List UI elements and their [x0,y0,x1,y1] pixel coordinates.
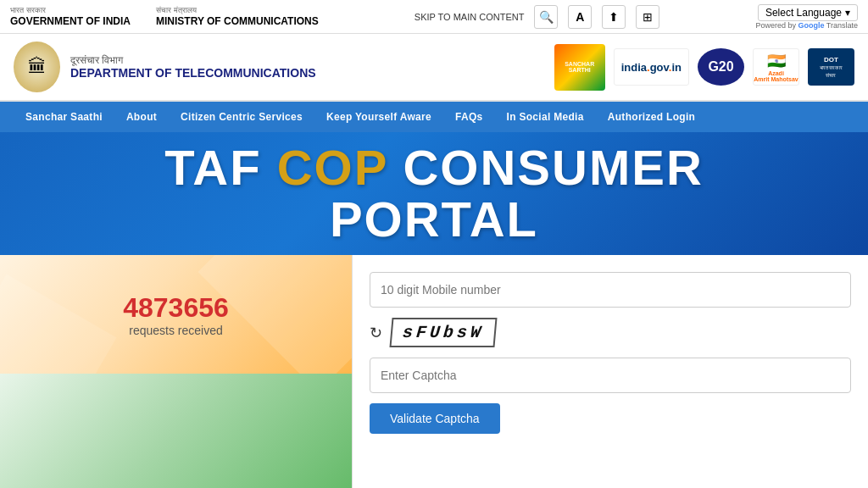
header-left: 🏛 दूरसंचार विभाग DEPARTMENT OF TELECOMMU… [14,42,316,92]
top-bar-center: SKIP TO MAIN CONTENT 🔍 A ⬆ ⊞ [415,5,660,29]
select-language-button[interactable]: Select Language ▾ [758,4,858,21]
captcha-row: ↻ sFUbsW [370,318,851,347]
content-area: 4873656 requests received ↻ sFUbsW Valid… [0,255,868,488]
hero-consumer: CONSUMER [387,140,703,195]
captcha-image: sFUbsW [389,318,497,347]
stats-number: 4873656 [123,292,229,324]
nav-social-media[interactable]: In Social Media [495,102,596,132]
powered-by-text: Powered by Google Translate [755,21,858,30]
azadi-logo: 🇮🇳 AzadiAmrit Mahotsav [753,48,799,86]
gov-hindi-label: भारत सरकार [10,6,131,15]
emblem-icon: 🏛 [14,42,60,92]
mobile-number-input[interactable] [370,272,851,308]
font-size-icon[interactable]: A [568,5,592,29]
nav-citizen-centric[interactable]: Citizen Centric Services [169,102,314,132]
validate-captcha-button[interactable]: Validate Captcha [370,403,500,434]
search-icon[interactable]: 🔍 [534,5,558,29]
hero-portal: PORTAL [330,191,538,247]
sitemap-icon[interactable]: ⊞ [636,5,659,29]
select-language-label: Select Language [765,7,842,19]
nav-bar: Sanchar Saathi About Citizen Centric Ser… [0,102,868,132]
dept-hindi: दूरसंचार विभाग [70,54,316,66]
share-icon[interactable]: ⬆ [602,5,626,29]
ministry-title: MINISTRY OF COMMUNICATIONS [156,15,319,27]
dept-name: DEPARTMENT OF TELECOMMUNICATIONS [70,66,316,80]
stats-card: 4873656 requests received [0,255,352,374]
google-text: Google [798,21,824,30]
sanchar-logo: SANCHARSARTHI [554,44,605,91]
g20-logo: G20 [698,48,744,86]
nav-keep-aware[interactable]: Keep Yourself Aware [314,102,443,132]
chevron-down-icon: ▾ [845,7,850,19]
left-panel: 4873656 requests received [0,255,352,488]
government-india: भारत सरकार GOVERNMENT OF INDIA [10,6,131,27]
header: 🏛 दूरसंचार विभाग DEPARTMENT OF TELECOMMU… [0,34,868,102]
right-panel: ↻ sFUbsW Validate Captcha [352,255,868,488]
hero-banner: TAF COP CONSUMER PORTAL [0,132,868,255]
india-gov-text: india.gov.in [621,61,682,74]
ministry: संचार मंत्रालय MINISTRY OF COMMUNICATION… [156,6,319,27]
gov-title: GOVERNMENT OF INDIA [10,15,131,27]
g20-text: G20 [708,59,733,75]
captcha-input[interactable] [370,358,851,393]
stats-label: requests received [129,324,223,337]
nav-about[interactable]: About [114,102,169,132]
flag-icon: 🇮🇳 [767,52,786,70]
top-bar-right: Select Language ▾ Powered by Google Tran… [755,4,858,30]
india-gov-logo: india.gov.in [614,48,689,86]
header-logos: SANCHARSARTHI india.gov.in G20 🇮🇳 AzadiA… [554,44,854,91]
nav-sanchar-saathi[interactable]: Sanchar Saathi [14,102,114,132]
nav-authorized-login[interactable]: Authorized Login [596,102,707,132]
green-card [0,374,352,488]
hero-taf: TAF [164,140,277,195]
skip-to-content-link[interactable]: SKIP TO MAIN CONTENT [415,12,525,22]
bg-shape-2 [0,274,116,374]
dot-logo: DOTभारत सरकारसंचार [808,48,854,86]
hero-cop: COP [277,140,388,195]
ministry-hindi-label: संचार मंत्रालय [156,6,319,15]
hero-title: TAF COP CONSUMER PORTAL [164,142,704,246]
top-bar-left: भारत सरकार GOVERNMENT OF INDIA संचार मंत… [10,6,319,27]
nav-faqs[interactable]: FAQs [443,102,495,132]
top-bar: भारत सरकार GOVERNMENT OF INDIA संचार मंत… [0,0,868,34]
dept-info: दूरसंचार विभाग DEPARTMENT OF TELECOMMUNI… [70,54,316,80]
refresh-captcha-icon[interactable]: ↻ [370,324,382,342]
